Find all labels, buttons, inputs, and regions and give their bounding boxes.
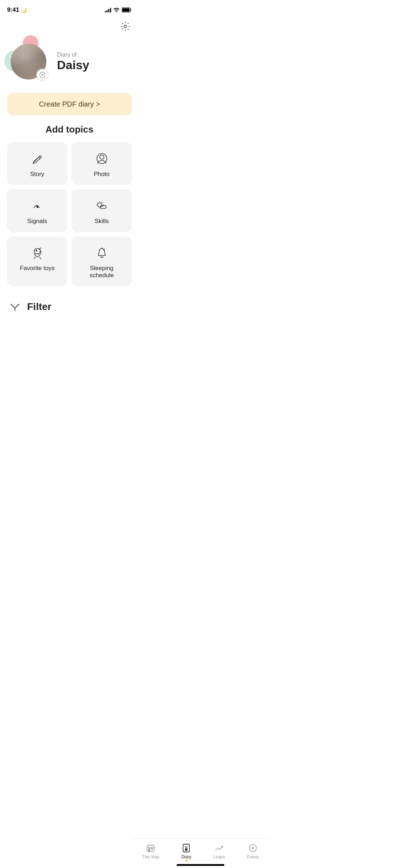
pencil-icon <box>39 72 46 78</box>
edit-avatar-button[interactable] <box>36 69 48 81</box>
add-topics-section: Add topics Story <box>0 124 139 292</box>
sleeping-schedule-label: Sleeping schedule <box>77 265 126 279</box>
skills-label: Skills <box>95 218 109 225</box>
topic-sleeping-schedule[interactable]: z z Sleeping schedule <box>72 236 132 286</box>
profile-name: Daisy <box>57 58 89 72</box>
avatar-container <box>7 40 50 83</box>
topics-grid: Story Photo <box>7 142 132 286</box>
settings-row <box>0 17 139 37</box>
profile-text: Diary of Daisy <box>57 52 89 72</box>
topic-signals[interactable]: Signals <box>7 189 67 232</box>
filter-section: Filter <box>0 292 139 318</box>
sun-cloud-icon <box>94 198 110 213</box>
svg-text:z: z <box>104 247 105 249</box>
topic-story[interactable]: Story <box>7 142 67 185</box>
gear-icon <box>120 21 130 31</box>
status-icons <box>105 7 132 12</box>
face-icon <box>94 151 110 166</box>
filter-icon <box>7 299 23 315</box>
wifi-icon <box>113 7 120 12</box>
svg-point-11 <box>98 203 102 207</box>
bell-z-icon: z z <box>94 245 110 260</box>
svg-point-19 <box>36 250 37 251</box>
profile-section: Diary of Daisy <box>0 37 139 90</box>
svg-line-17 <box>101 202 102 203</box>
rocking-horse-icon <box>30 245 45 260</box>
pencil-icon <box>30 151 45 166</box>
svg-line-16 <box>97 202 98 203</box>
diary-of-label: Diary of <box>57 52 89 58</box>
signals-label: Signals <box>27 218 47 225</box>
svg-point-0 <box>116 12 117 12</box>
status-time: 9:41 🌙 <box>7 6 27 14</box>
svg-point-3 <box>124 25 127 28</box>
pdf-banner-text: Create PDF diary > <box>39 100 100 108</box>
moon-icon: 🌙 <box>21 7 27 13</box>
svg-rect-2 <box>123 9 130 12</box>
svg-point-9 <box>100 155 104 159</box>
create-pdf-banner[interactable]: Create PDF diary > <box>7 93 132 115</box>
svg-point-10 <box>37 206 38 208</box>
topic-skills[interactable]: Skills <box>72 189 132 232</box>
topic-favorite-toys[interactable]: Favorite toys <box>7 236 67 286</box>
favorite-toys-label: Favorite toys <box>20 265 54 272</box>
topic-photo[interactable]: Photo <box>72 142 132 185</box>
signals-icon <box>30 198 45 213</box>
add-topics-title: Add topics <box>7 124 132 135</box>
battery-icon <box>122 7 132 12</box>
signal-bars-icon <box>105 7 111 12</box>
filter-title: Filter <box>27 301 51 312</box>
status-bar: 9:41 🌙 <box>0 0 139 17</box>
photo-label: Photo <box>94 171 109 178</box>
story-label: Story <box>30 171 45 178</box>
settings-button[interactable] <box>119 20 132 34</box>
